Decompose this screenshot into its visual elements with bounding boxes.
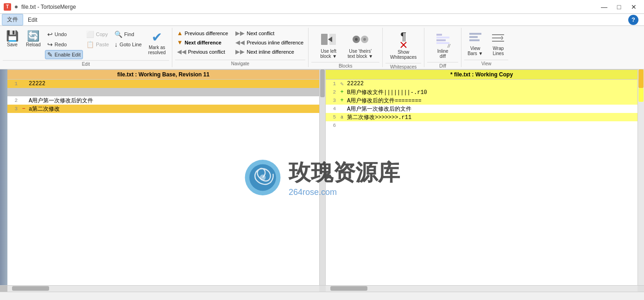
- ribbon-group-blocks: Use leftblock ▼ Use 'theirs'text block ▼…: [309, 28, 383, 67]
- goto-icon: ↓: [114, 41, 118, 48]
- enable-edit-button[interactable]: ✎ Enable Edit: [45, 50, 83, 59]
- menu-file[interactable]: 文件: [2, 14, 23, 25]
- next-conflict-button[interactable]: ▶▶ Next conflict: [234, 29, 305, 38]
- right-hscroll-thumb[interactable]: [330, 286, 367, 291]
- left-hscroll[interactable]: [7, 286, 319, 292]
- find-button[interactable]: 🔍 Find: [112, 30, 144, 39]
- mark-resolved-icon: ✔: [152, 31, 162, 44]
- svg-rect-14: [469, 33, 481, 35]
- wrap-lines-button[interactable]: WrapLines: [488, 29, 508, 58]
- right-line-4: 4 A用户第一次修改后的文件: [326, 105, 638, 113]
- next-conflict-icon: ▶▶: [235, 30, 245, 37]
- right-pane-header: * file.txt : Working Copy: [326, 69, 638, 80]
- menubar: 文件 Edit ?: [0, 14, 644, 26]
- ribbon-group-view: ViewBars ▼ WrapLines View: [461, 28, 511, 67]
- view-bars-button[interactable]: ViewBars ▼: [464, 29, 486, 58]
- statusbar: [0, 292, 644, 300]
- save-icon: 💾: [6, 31, 19, 41]
- next-inline-diff-label: Next inline difference: [246, 49, 294, 55]
- redo-button[interactable]: ↪ Redo: [45, 40, 83, 49]
- scroll-marker-2: [638, 88, 644, 102]
- navigate-group-label: Navigate: [175, 60, 306, 66]
- next-inline-diff-button[interactable]: ▶▶ Next inline difference: [234, 47, 305, 56]
- right-pane-content[interactable]: 1 ✎ 22222 2 + B用户修改文件||||||||-.r10 3 + A…: [326, 80, 638, 285]
- right-pane: * file.txt : Working Copy 1 ✎ 22222 2 + …: [326, 69, 638, 285]
- undo-button[interactable]: ↩ Undo: [45, 30, 83, 39]
- left-line-1: 1 22222: [7, 80, 319, 88]
- blocks-group-label: Blocks: [311, 62, 379, 69]
- undo-label: Undo: [55, 31, 67, 37]
- prev-conflict-button[interactable]: ◀◀ Previous conflict: [175, 47, 230, 56]
- show-whitespaces-button[interactable]: ¶ ShowWhitespaces: [387, 29, 420, 62]
- save-button[interactable]: 💾 Save: [3, 29, 22, 50]
- reload-icon: 🔄: [27, 31, 39, 41]
- title-dot: [15, 6, 18, 8]
- whitespaces-x-icon: [400, 41, 407, 49]
- left-line-2: 2 A用户第一次修改后的文件: [7, 96, 319, 105]
- nav-col-left: ▲ Previous difference ▼ Next difference …: [175, 29, 230, 56]
- maximize-button[interactable]: □: [612, 2, 625, 12]
- menu-edit[interactable]: Edit: [23, 15, 42, 25]
- main-area: file.txt : Working Base, Revision 11 1 2…: [0, 69, 644, 285]
- use-left-block-button[interactable]: Use leftblock ▼: [315, 29, 342, 61]
- left-line-empty: [7, 88, 319, 96]
- view-bars-icon: [468, 31, 482, 45]
- inline-diff-label: Inlinediff: [437, 49, 448, 59]
- ribbon-group-edit: 💾 Save 🔄 Reload ↩ Undo ↪ Redo ✎: [0, 28, 172, 67]
- svg-rect-11: [436, 39, 446, 41]
- prev-inline-diff-button[interactable]: ◀◀ Previous inline difference: [234, 38, 305, 47]
- nav-col-right: ▶▶ Next conflict ◀◀ Previous inline diff…: [234, 29, 305, 56]
- next-diff-label: Next difference: [185, 40, 221, 45]
- whitespaces-group-label: Whitespaces: [385, 63, 421, 69]
- prev-inline-diff-label: Previous inline difference: [246, 40, 303, 45]
- next-inline-diff-icon: ▶▶: [235, 48, 245, 55]
- diff-group-label: Diff: [427, 62, 458, 69]
- close-button[interactable]: ✕: [627, 2, 640, 12]
- svg-rect-10: [436, 37, 449, 38]
- prev-diff-button[interactable]: ▲ Previous difference: [175, 29, 230, 38]
- paste-label: Paste: [96, 42, 109, 47]
- mark-resolved-label: Mark asresolved: [148, 45, 166, 55]
- next-diff-button[interactable]: ▼ Next difference: [175, 38, 230, 47]
- ribbon: 💾 Save 🔄 Reload ↩ Undo ↪ Redo ✎: [0, 26, 644, 69]
- left-diff-lines: 1 22222 2 A用户第一次修改后的文件 3: [7, 80, 319, 113]
- right-line-3: 3 + A用户修改后的文件========: [326, 96, 638, 105]
- svg-point-5: [355, 38, 358, 41]
- left-scroll-thumb[interactable]: [320, 69, 325, 97]
- whitespaces-icon: ¶: [400, 31, 406, 42]
- titlebar: T file.txt - TortoiseMerge — □ ✕: [0, 0, 644, 14]
- undo-icon: ↩: [47, 31, 53, 38]
- enable-edit-label: Enable Edit: [55, 52, 81, 57]
- scroll-marker-1: [638, 69, 644, 88]
- app-icon: T: [4, 3, 11, 11]
- help-button[interactable]: ?: [628, 15, 638, 25]
- prev-conflict-label: Previous conflict: [188, 49, 225, 55]
- mark-resolved-button[interactable]: ✔ Mark asresolved: [145, 29, 169, 57]
- left-pane: file.txt : Working Base, Revision 11 1 2…: [7, 69, 319, 285]
- next-conflict-label: Next conflict: [246, 31, 274, 36]
- reload-button[interactable]: 🔄 Reload: [23, 29, 44, 50]
- inline-diff-icon: //: [435, 31, 451, 48]
- left-line-3: 3 − a第二次修改: [7, 105, 319, 113]
- goto-line-button[interactable]: ↓ Goto Line: [112, 40, 144, 49]
- horizontal-scrollbar[interactable]: [0, 285, 644, 292]
- paste-button[interactable]: 📋 Paste: [84, 40, 111, 49]
- minimize-button[interactable]: —: [598, 2, 611, 12]
- goto-label: Goto Line: [120, 42, 142, 47]
- find-icon: 🔍: [114, 31, 122, 38]
- copy-button[interactable]: ⬜ Copy: [84, 30, 111, 39]
- inline-diff-button[interactable]: // Inlinediff: [431, 29, 455, 61]
- right-line-2: 2 + B用户修改文件||||||||-.r10: [326, 88, 638, 96]
- use-theirs-block-icon: [352, 31, 369, 48]
- right-hscroll[interactable]: [326, 286, 638, 292]
- use-theirs-block-label: Use 'theirs'text block ▼: [347, 49, 373, 59]
- svg-rect-9: [436, 34, 442, 36]
- view-bars-label: ViewBars ▼: [467, 46, 483, 56]
- window-title: file.txt - TortoiseMerge: [21, 4, 594, 10]
- left-pane-content[interactable]: 1 22222 2 A用户第一次修改后的文件 3: [7, 80, 319, 285]
- edit-group-label: Edit: [3, 60, 169, 67]
- use-theirs-block-button[interactable]: Use 'theirs'text block ▼: [344, 29, 376, 61]
- left-hscroll-thumb[interactable]: [12, 286, 49, 291]
- show-whitespaces-label: ShowWhitespaces: [390, 50, 417, 60]
- right-line-5: 5 a 第二次修改>>>>>>>.r11: [326, 113, 638, 121]
